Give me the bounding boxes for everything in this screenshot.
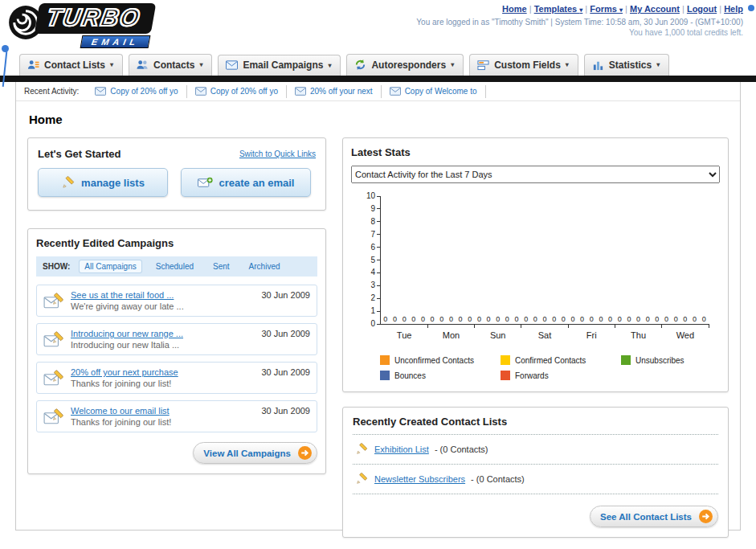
- get-started-title: Let's Get Started: [38, 148, 121, 160]
- y-axis-tick: [377, 221, 381, 222]
- campaign-edit-icon: [43, 369, 64, 387]
- contact-list-row[interactable]: Exhibition List- (0 Contacts): [353, 435, 718, 465]
- campaigns-title: Recently Edited Campaigns: [36, 237, 317, 249]
- create-an-email-label: create an email: [219, 177, 295, 189]
- campaign-title-link[interactable]: See us at the retail food ...: [71, 290, 255, 300]
- manage-lists-button[interactable]: manage lists: [38, 168, 168, 197]
- pencil-icon: [354, 473, 369, 485]
- legend-item: Forwards: [501, 371, 621, 380]
- recent-activity-item[interactable]: Copy of Welcome to: [382, 85, 486, 98]
- bar-value: 0: [552, 315, 556, 323]
- new-email-icon: [198, 177, 213, 188]
- legend-item: Confirmed Contacts: [501, 355, 621, 365]
- x-axis-label: Thu: [615, 330, 661, 340]
- top-link-my-account[interactable]: My Account: [630, 4, 680, 14]
- legend-swatch: [501, 371, 510, 380]
- chevron-down-icon: ▾: [566, 61, 569, 68]
- x-axis-tick: [427, 324, 428, 328]
- bar-value: 0: [459, 315, 463, 323]
- main-frame: Recent Activity: Copy of 20% off yoCopy …: [15, 82, 741, 531]
- campaign-row[interactable]: Introducing our new range ...Introducing…: [36, 323, 317, 355]
- contact-list-detail: - (0 Contacts): [471, 474, 525, 484]
- campaign-filters: All CampaignsScheduledSentArchived: [80, 260, 284, 272]
- stats-period-select[interactable]: Contact Activity for the Last 7 Days: [351, 166, 720, 183]
- top-link-forms[interactable]: Forms ▾: [590, 4, 623, 14]
- main-nav: Contact Lists▾Contacts▾Email Campaigns▾A…: [0, 51, 756, 76]
- bar-value-labels: 00000: [662, 315, 709, 323]
- nav-tab-email-campaigns[interactable]: Email Campaigns▾: [218, 55, 341, 76]
- campaign-text: 20% off your next purchaseThanks for joi…: [71, 367, 255, 388]
- bar-value: 0: [439, 315, 443, 323]
- top-link-templates[interactable]: Templates ▾: [534, 4, 583, 14]
- nav-tab-contacts[interactable]: Contacts▾: [129, 54, 212, 76]
- bar-value: 0: [618, 315, 622, 323]
- campaign-row[interactable]: See us at the retail food ...We're givin…: [36, 285, 317, 317]
- chart-legend: Unconfirmed ContactsConfirmed ContactsUn…: [380, 355, 756, 380]
- recent-activity-item[interactable]: 20% off your next: [287, 85, 382, 98]
- nav-tab-statistics[interactable]: Statistics▾: [584, 54, 669, 76]
- top-link-home[interactable]: Home: [502, 4, 527, 14]
- campaign-title-link[interactable]: Introducing our new range ...: [71, 329, 255, 338]
- campaign-edit-icon: [43, 292, 64, 309]
- campaign-subtitle: Introducing our new Italia ...: [71, 340, 255, 350]
- link-separator: |: [582, 4, 590, 14]
- top-link-help[interactable]: Help: [724, 4, 743, 14]
- latest-stats-title: Latest Stats: [351, 146, 720, 158]
- email-icon: [195, 87, 206, 96]
- top-link-logout[interactable]: Logout: [687, 4, 717, 14]
- nav-tab-autoresponders[interactable]: Autoresponders▾: [346, 54, 464, 76]
- recent-activity-item-label: Copy of Welcome to: [405, 87, 477, 96]
- contact-list-row[interactable]: Newsletter Subscribers- (0 Contacts): [353, 465, 718, 494]
- chevron-down-icon: ▾: [199, 61, 202, 68]
- legend-item: Unsubscribes: [621, 355, 742, 365]
- bar-value: 0: [664, 315, 668, 323]
- see-all-contact-lists-button[interactable]: See All Contact Lists: [590, 506, 718, 527]
- campaign-edit-icon: [43, 330, 64, 348]
- nav-tab-label: Custom Fields: [494, 59, 561, 71]
- y-axis-tick: [377, 260, 381, 260]
- switch-to-quick-links-link[interactable]: Switch to Quick Links: [239, 150, 316, 158]
- contact-list-link[interactable]: Newsletter Subscribers: [374, 474, 465, 484]
- bar-value-labels: 00000: [615, 315, 661, 323]
- x-axis-label: Fri: [568, 330, 615, 340]
- bar-value: 0: [580, 315, 584, 323]
- campaign-filter-bar: SHOW: All CampaignsScheduledSentArchived: [36, 256, 317, 277]
- y-axis-label: 7: [359, 230, 375, 239]
- latest-stats-box: Latest Stats Contact Activity for the La…: [342, 137, 729, 392]
- contact-lists-title: Recently Created Contact Lists: [353, 416, 718, 428]
- bar-value-labels: 00000: [475, 315, 521, 323]
- bar-value: 0: [393, 315, 397, 323]
- create-an-email-button[interactable]: create an email: [181, 168, 311, 197]
- filter-scheduled[interactable]: Scheduled: [151, 260, 198, 272]
- arrow-circle-icon: [699, 510, 713, 523]
- contact-list-detail: - (0 Contacts): [435, 445, 488, 454]
- recent-activity-item-label: Copy of 20% off yo: [210, 87, 278, 96]
- campaign-row[interactable]: Welcome to our email listThanks for join…: [36, 400, 317, 432]
- y-axis-tick: [377, 311, 381, 312]
- nav-tab-contact-lists[interactable]: Contact Lists▾: [19, 54, 123, 76]
- filter-sent[interactable]: Sent: [208, 260, 235, 272]
- email-icon: [95, 87, 106, 96]
- recent-activity-item[interactable]: Copy of 20% off yo: [87, 85, 186, 98]
- campaign-title-link[interactable]: 20% off your next purchase: [71, 367, 255, 377]
- recent-activity-item[interactable]: Copy of 20% off yo: [187, 85, 287, 98]
- legend-label: Bounces: [394, 371, 426, 380]
- filter-archived[interactable]: Archived: [244, 260, 285, 272]
- campaign-date: 30 Jun 2009: [261, 406, 310, 416]
- campaign-list: See us at the retail food ...We're givin…: [36, 285, 317, 432]
- bar-value: 0: [646, 315, 650, 323]
- contact-list-link[interactable]: Exhibition List: [374, 445, 429, 454]
- campaign-row[interactable]: 20% off your next purchaseThanks for joi…: [36, 362, 317, 394]
- y-axis-label: 1: [359, 306, 375, 315]
- nav-tab-custom-fields[interactable]: Custom Fields▾: [469, 54, 578, 76]
- view-all-campaigns-button[interactable]: View All Campaigns: [193, 442, 317, 464]
- campaign-date: 30 Jun 2009: [261, 290, 310, 300]
- y-axis-tick: [377, 234, 381, 235]
- logo-brand-text: TURBO: [35, 3, 156, 34]
- campaign-title-link[interactable]: Welcome to our email list: [71, 406, 255, 416]
- show-label: SHOW:: [43, 262, 70, 271]
- bar-value: 0: [496, 315, 500, 323]
- filter-all-campaigns[interactable]: All Campaigns: [80, 260, 141, 272]
- y-axis-label: 4: [359, 268, 375, 277]
- y-axis-label: 0: [359, 319, 375, 328]
